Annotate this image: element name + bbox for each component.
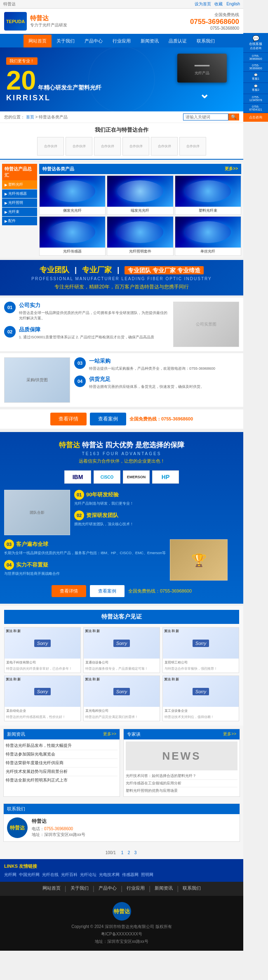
page-2[interactable]: 2: [128, 850, 130, 855]
page-3[interactable]: 3: [134, 850, 137, 855]
product-card-4[interactable]: 光纤传感器: [39, 216, 106, 256]
product-more-link[interactable]: 更多>>: [225, 166, 238, 172]
breadcrumb-home[interactable]: 首页: [26, 115, 34, 119]
testimonials-title: 特普达客户见证: [4, 610, 239, 624]
footer-nav-home[interactable]: 网站首页: [42, 885, 61, 893]
footer-nav-industry[interactable]: 行业应用: [127, 885, 145, 893]
testimonial-card-2: 算法 和 新 Sorry 某通信设备公司 特普达的服务很专业，产品质量稳定可靠！: [83, 627, 160, 673]
footer-nav-contact[interactable]: 联系我们: [183, 885, 201, 893]
right-sidebar-phone-2[interactable]: 0755-36368800: [243, 62, 268, 72]
adv-trophy-img: 🏆: [170, 539, 228, 581]
right-sidebar-phone-3[interactable]: 0755-12345678: [243, 94, 268, 104]
footer-nav: 网站首页 | 关于我们 | 产品中心 | 行业应用 | 新闻资讯 | 联系我们: [0, 882, 243, 896]
partner-item-1: 合作伙伴: [37, 137, 64, 156]
news-card-header: 新闻资讯 更多>>: [4, 729, 120, 739]
right-sidebar-service-2[interactable]: 💬客服2: [243, 83, 268, 94]
page-1[interactable]: 1: [121, 850, 124, 855]
footer-link-2[interactable]: 中国光纤网: [19, 872, 40, 878]
footer-link-3[interactable]: 光纤在线: [42, 872, 59, 878]
point-04: 04 供货充足 特普达拥有完善的供应链体系，备货充足，快速发货，确保及时供货。: [74, 375, 239, 390]
footer-link-5[interactable]: 光纤论坛: [80, 872, 96, 878]
footer-link-8[interactable]: 照明网: [141, 872, 153, 878]
nav-about[interactable]: 关于我们: [52, 35, 80, 47]
adv-item-3: 03 客户遍布全球 长期为全球一线品牌提供优质的光纤产品，服务客户包括：IBM、…: [4, 539, 166, 556]
footer-address: 地址：深圳市宝安区xx路xx号: [4, 939, 239, 945]
footer-nav-about[interactable]: 关于我们: [71, 885, 89, 893]
adv-item-4: 04 实力不容置疑 与世界级光纤制造商开展战略合作: [4, 560, 166, 576]
news-item-1[interactable]: 特普达光纤新品发布，性能大幅提升: [6, 741, 118, 750]
right-sidebar-service-1[interactable]: 💬客服1: [243, 72, 268, 83]
logo-text: 特普达 专力于光纤产品研发: [30, 14, 67, 28]
footer-link-7[interactable]: 传感器网: [122, 872, 139, 878]
top-bar: 特普达 设为首页 收藏 English: [0, 0, 243, 9]
expert-more[interactable]: 更多>>: [223, 731, 236, 737]
news-more[interactable]: 更多>>: [103, 731, 116, 737]
point-03: 03 一站采购 特普达提供一站式采购服务，产品种类齐全，欢迎致电咨询：0755-…: [74, 357, 239, 371]
nav-products[interactable]: 产品中心: [80, 35, 108, 47]
nav-contact[interactable]: 联系我们: [192, 35, 220, 47]
four-advantages: 特普达 特普达 四大优势 是您选择的保障 TE163 FOUR ADVANTAG…: [0, 432, 243, 604]
cat-item-3[interactable]: ▶ 光纤照明: [2, 198, 37, 207]
product-grid: 侧发光光纤 端发光光纤 塑料光纤束 光纤传感器: [39, 175, 241, 256]
right-sidebar-phone-1[interactable]: 0755-36968600: [243, 53, 268, 62]
purchase-image: 采购/供货图: [4, 357, 70, 403]
contact-logo: 特普达: [7, 817, 28, 838]
search-button[interactable]: 🔍: [228, 113, 239, 120]
brand-cisco: CISCO: [94, 470, 120, 484]
footer-link-6[interactable]: 光电技术网: [99, 872, 120, 878]
set-homepage-link[interactable]: 设为首页: [195, 2, 211, 6]
top-bar-links: 设为首页 收藏 English: [192, 1, 240, 7]
news-item-2[interactable]: 特普达参加国际光电展览会: [6, 750, 118, 759]
product-sidebar-header: 特普达产品总汇: [2, 164, 37, 180]
adv-phone: 全国免费热线：0755-36968600: [128, 588, 192, 594]
cat-item-4[interactable]: ▶ 光纤束: [2, 208, 37, 216]
footer-bottom: 特普达 Copyright © 2024 深圳市特普达光电有限公司 版权所有 粤…: [0, 896, 243, 951]
search-input[interactable]: [183, 113, 228, 120]
more-btn[interactable]: 查看案例: [90, 413, 126, 425]
cat-item-2[interactable]: ▶ 光纤传感器: [2, 189, 37, 198]
footer-nav-news[interactable]: 新闻资讯: [155, 885, 173, 893]
right-sidebar-item-1[interactable]: 💬 在线客服 点击咨询: [243, 33, 268, 53]
brand-ibm: IBM: [64, 470, 91, 484]
nav-industry[interactable]: 行业应用: [108, 35, 136, 47]
product-card-2[interactable]: 端发光光纤: [107, 175, 173, 215]
partner-item-6: 合作伙伴: [179, 137, 206, 156]
expert-text-1: 光纤技术问答：如何选择合适的塑料光纤？: [126, 772, 237, 780]
news-item-5[interactable]: 特普达全新光纤照明系列正式上市: [6, 776, 118, 784]
banner-year: 20: [6, 67, 36, 94]
product-card-1[interactable]: 侧发光光纤: [39, 175, 106, 215]
footer-nav-products[interactable]: 产品中心: [99, 885, 117, 893]
testimonial-card-6: 算法 和 新 Sorry 某工业设备企业 特普达技术支持到位，值得信赖！: [162, 675, 239, 721]
footer-link-4[interactable]: 光纤百科: [61, 872, 78, 878]
products-main: 特普达产品总汇 ▶ 塑料光纤 ▶ 光纤传感器 ▶ 光纤照明 ▶ 光纤束 ▶ 配件…: [0, 162, 243, 258]
adv-detail-btn[interactable]: 查看详情: [52, 585, 86, 597]
product-card-6[interactable]: 单丝光纤: [175, 216, 241, 256]
news-item-4[interactable]: 光纤技术发展趋势与应用前景分析: [6, 767, 118, 776]
english-link[interactable]: English: [226, 2, 240, 6]
nav-news[interactable]: 新闻资讯: [136, 35, 164, 47]
expert-card-header: 专家谈 更多>>: [124, 729, 240, 739]
product-card-5[interactable]: 光纤照明套件: [107, 216, 173, 256]
banner-product-img: ━━━ 光纤产品 ⌄: [177, 54, 231, 101]
cat-item-5[interactable]: ▶ 配件: [2, 217, 37, 225]
adv-more-btn[interactable]: 查看案例: [89, 585, 125, 597]
footer-link-1[interactable]: 光纤网: [4, 872, 16, 878]
cat-item-1[interactable]: ▶ 塑料光纤: [2, 180, 37, 189]
partner-item-4: 合作伙伴: [122, 137, 149, 156]
nav-home[interactable]: 网站首页: [24, 35, 52, 47]
contact-section: 联系我们 特普达 特普达 电话：0755-36968600 地址：深圳市宝安区x…: [0, 800, 243, 845]
testimonials-grid: 算法 和 新 Sorry 某电子科技有限公司 特普达提供的光纤质量非常好，已合作…: [4, 627, 239, 721]
expert-text-2: 光纤传感器在工业领域的应用分析: [126, 780, 237, 787]
right-sidebar-phone-4[interactable]: 0755-87654321: [243, 104, 268, 113]
main-nav: 网站首页 关于我们 产品中心 行业应用 新闻资讯 品质认证 联系我们: [0, 35, 243, 47]
news-item-3[interactable]: 特普达荣获年度最佳光纤供应商: [6, 759, 118, 767]
company-points: 01 公司实力 特普达是全球一线品牌提供优质的光纤产品，公司拥有多年专业研发团队…: [4, 302, 169, 347]
logo[interactable]: TEPUDA 特普达 专力于光纤产品研发: [4, 12, 67, 31]
purchase-points: 03 一站采购 特普达提供一站式采购服务，产品种类齐全，欢迎致电咨询：0755-…: [74, 357, 239, 403]
footer-links-grid: 光纤网 中国光纤网 光纤在线 光纤百科 光纤论坛 光电技术网 传感器网 照明网: [4, 872, 239, 878]
detail-btn[interactable]: 查看详情: [50, 413, 87, 425]
bookmark-link[interactable]: 收藏: [214, 2, 223, 6]
right-sidebar-consult[interactable]: 点击咨询: [243, 113, 268, 122]
nav-quality[interactable]: 品质认证: [164, 35, 192, 47]
product-card-3[interactable]: 塑料光纤束: [175, 175, 241, 215]
